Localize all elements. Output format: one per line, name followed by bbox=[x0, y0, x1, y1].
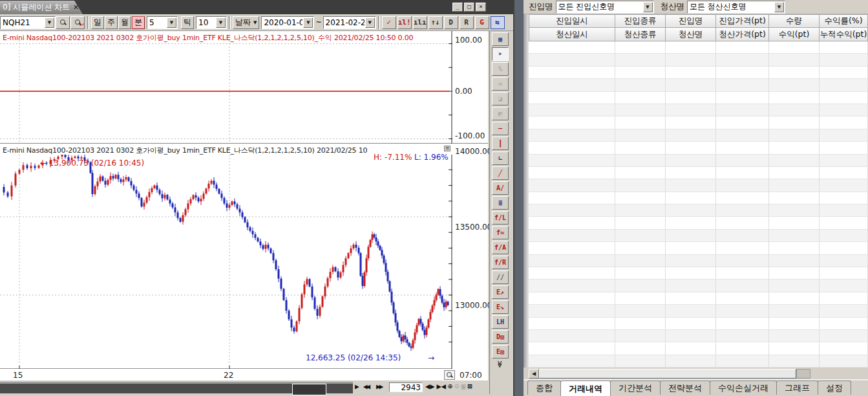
table-row[interactable] bbox=[529, 217, 868, 229]
date-to-combobox[interactable]: 2021-02-27 ▼ bbox=[323, 16, 376, 29]
table-row[interactable] bbox=[529, 305, 868, 317]
vertical-line-tool-icon[interactable]: ┃ bbox=[492, 137, 509, 150]
table-row[interactable] bbox=[529, 355, 868, 368]
exit-signal-combobox[interactable]: 모든 청산신호명 ▼ bbox=[687, 1, 785, 14]
pattern-tool-icon[interactable]: ▦ bbox=[492, 32, 509, 46]
table-row[interactable] bbox=[529, 116, 868, 129]
play-button[interactable]: ▶ bbox=[355, 382, 359, 391]
horizontal-line-tool-icon[interactable]: — bbox=[492, 122, 509, 135]
zoom-window-icon[interactable]: ▣ bbox=[461, 382, 465, 391]
period-month-button[interactable]: 월 bbox=[118, 16, 131, 29]
symbol-search-button[interactable] bbox=[56, 16, 70, 29]
zoom-in-icon[interactable]: ⊕ bbox=[448, 382, 452, 391]
next-marker-icon[interactable]: ▶◀ bbox=[436, 382, 445, 391]
high-low-tool-icon[interactable]: LH bbox=[492, 315, 509, 329]
period-week-button[interactable]: 주 bbox=[105, 16, 118, 29]
column-header[interactable]: 청산명 bbox=[666, 28, 716, 41]
table-row[interactable] bbox=[529, 255, 868, 267]
panel-tab-1[interactable]: 거래내역 bbox=[560, 380, 611, 396]
minute-combobox[interactable]: 5 ▼ bbox=[147, 16, 178, 29]
column-header[interactable]: 진입종류 bbox=[615, 14, 666, 28]
fast-forward-button[interactable]: ▶▶ bbox=[376, 382, 382, 391]
minimize-button[interactable]: _ bbox=[452, 3, 463, 12]
zoom-reset-icon[interactable]: ⊠ bbox=[468, 382, 472, 391]
period-minute-button[interactable]: 분 bbox=[132, 16, 145, 29]
table-row[interactable] bbox=[529, 267, 868, 280]
table-row[interactable] bbox=[529, 104, 868, 116]
signal-check-icon[interactable]: ✓ bbox=[382, 16, 396, 29]
table-row[interactable] bbox=[529, 318, 868, 330]
table-row[interactable] bbox=[529, 230, 868, 242]
freehand-tool-icon[interactable]: ≈ bbox=[492, 77, 509, 91]
panel-tab-5[interactable]: 그래프 bbox=[776, 380, 818, 395]
panel-edge-scrollbar[interactable] bbox=[524, 14, 529, 368]
chevron-down-icon[interactable]: ▼ bbox=[167, 17, 176, 28]
table-row[interactable] bbox=[529, 155, 868, 167]
panel-tab-3[interactable]: 전략분석 bbox=[660, 380, 710, 395]
step-line-tool-icon[interactable]: ∟ bbox=[492, 151, 509, 165]
table-row[interactable] bbox=[529, 179, 868, 192]
fib-curve-tool-icon[interactable]: f≈ bbox=[492, 226, 509, 239]
chevron-down-icon[interactable]: ▼ bbox=[365, 17, 375, 28]
capture-document-icon[interactable]: R bbox=[460, 16, 474, 29]
shape-edit-tool-icon[interactable]: ◪ bbox=[492, 92, 509, 105]
chart-document-icon[interactable]: G bbox=[475, 16, 489, 29]
event-down-tool-icon[interactable]: E↘ bbox=[492, 300, 509, 314]
table-row[interactable] bbox=[529, 167, 868, 179]
new-document-icon[interactable]: D bbox=[444, 16, 458, 29]
chevron-down-icon[interactable]: ▼ bbox=[303, 17, 313, 28]
symbol-combobox[interactable]: NQH21 ▼ bbox=[0, 16, 56, 29]
panel-tab-2[interactable]: 기간분석 bbox=[610, 380, 661, 395]
column-header[interactable]: 진입명 bbox=[666, 14, 716, 28]
trend-line-tool-icon[interactable]: ╱ bbox=[492, 166, 509, 180]
histogram-signal-icon[interactable]: ıl! bbox=[397, 16, 412, 29]
table-row[interactable] bbox=[529, 92, 868, 104]
close-button[interactable]: × bbox=[476, 3, 486, 12]
column-header[interactable]: 청산가격(pt) bbox=[716, 28, 769, 41]
table-row[interactable] bbox=[529, 67, 868, 79]
tab-close-icon[interactable]: ✕ bbox=[73, 3, 79, 12]
pane-maximize-icon[interactable]: ⊡ bbox=[444, 146, 450, 151]
scrollbar-track[interactable] bbox=[796, 369, 810, 379]
column-header[interactable]: 진입일시 bbox=[529, 14, 615, 28]
table-row[interactable] bbox=[529, 41, 868, 54]
chevron-down-icon[interactable]: ▼ bbox=[216, 17, 226, 28]
scrollbar-thumb[interactable] bbox=[292, 384, 326, 395]
bar-count-input[interactable] bbox=[389, 382, 423, 392]
scrollbar-thumb[interactable] bbox=[539, 369, 796, 379]
table-row[interactable] bbox=[529, 129, 868, 142]
shade-tool-icon[interactable]: ◩ bbox=[492, 107, 509, 120]
multi-line-tool-icon[interactable]: ≣ bbox=[492, 196, 509, 210]
parallel-line-tool-icon[interactable]: // bbox=[492, 270, 509, 284]
panel-tab-0[interactable]: 종합 bbox=[527, 380, 561, 395]
column-header[interactable]: 수익률(%) bbox=[820, 14, 868, 28]
price-chart[interactable] bbox=[0, 155, 452, 369]
sort-updown-icon[interactable]: ↑↓ bbox=[429, 16, 443, 29]
panel-tab-4[interactable]: 수익손실거래 bbox=[710, 380, 777, 395]
fib-ratio-tool-icon[interactable]: f/R bbox=[492, 256, 509, 269]
text-tool-icon[interactable]: A/ bbox=[492, 181, 509, 195]
table-row[interactable] bbox=[529, 330, 868, 342]
maximize-button[interactable]: □ bbox=[464, 3, 474, 12]
date-mode-button[interactable]: 날짜 ▼ bbox=[233, 16, 259, 29]
table-row[interactable] bbox=[529, 192, 868, 204]
table-row[interactable] bbox=[529, 242, 868, 254]
scroll-left-button[interactable]: ◀ bbox=[529, 369, 539, 379]
table-row[interactable] bbox=[529, 54, 868, 66]
tick-button[interactable]: 틱 bbox=[181, 16, 194, 29]
pnl-pane[interactable]: E-mini Nasdaq100-202103 2021 0302 호가이평_b… bbox=[0, 31, 488, 144]
fib-fan-tool-icon[interactable]: f/A bbox=[492, 241, 509, 254]
chevron-down-icon[interactable]: ▼ bbox=[643, 2, 653, 12]
tick-count-combobox[interactable]: 10 ▼ bbox=[196, 16, 227, 29]
percent-tool-icon[interactable]: % bbox=[492, 62, 509, 76]
column-header[interactable]: 누적수익(pt) bbox=[820, 28, 868, 41]
refresh-sync-icon[interactable]: ⇆ bbox=[491, 16, 505, 29]
event-up-tool-icon[interactable]: E↗ bbox=[492, 285, 509, 299]
column-header[interactable]: 수익(pt) bbox=[769, 28, 820, 41]
chevron-down-icon[interactable]: ▼ bbox=[774, 2, 784, 12]
table-row[interactable] bbox=[529, 280, 868, 292]
tab-simulation-chart[interactable]: 0] 시뮬레이션 차트 ✕ bbox=[0, 1, 83, 14]
pointer-tool-icon[interactable]: ➤ bbox=[492, 47, 509, 61]
table-row[interactable] bbox=[529, 79, 868, 91]
prev-marker-icon[interactable]: ◀▶ bbox=[425, 382, 434, 391]
